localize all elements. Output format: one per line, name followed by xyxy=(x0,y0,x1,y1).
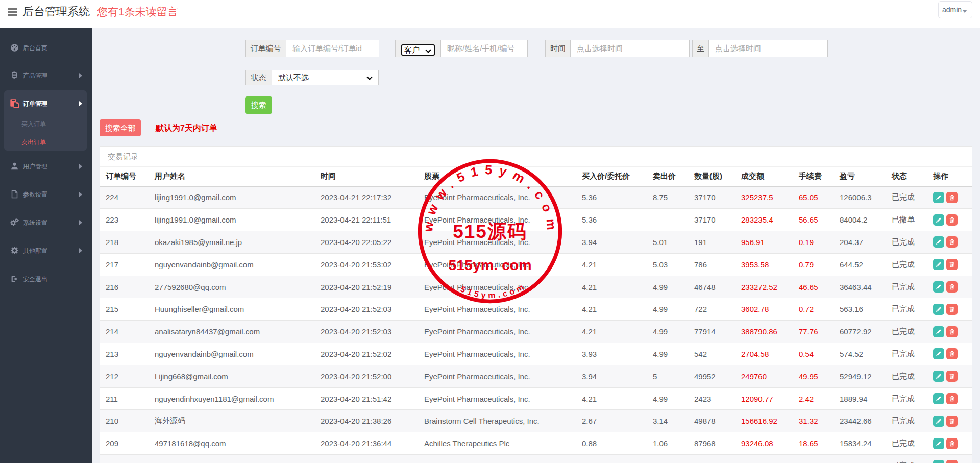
svg-text:515ym. com: 515ym. com xyxy=(448,257,531,273)
svg-text:515源码: 515源码 xyxy=(453,221,527,242)
